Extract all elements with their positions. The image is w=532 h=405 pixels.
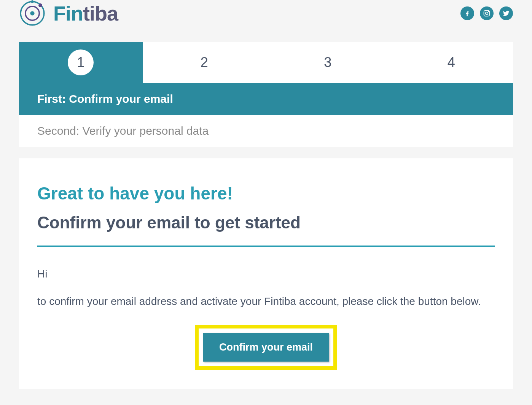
instagram-icon[interactable] <box>480 6 494 20</box>
headline-instruction: Confirm your email to get started <box>37 213 495 232</box>
step-next-title: Second: Verify your personal data <box>19 115 513 147</box>
content-card: Great to have you here! Confirm your ema… <box>19 158 513 389</box>
step-indicator: 1 2 3 4 <box>19 42 513 83</box>
steps-card: 1 2 3 4 First: Confirm your email Second… <box>19 42 513 147</box>
step-1: 1 <box>19 42 143 83</box>
button-highlight-border: Confirm your email <box>195 325 337 370</box>
greeting-text: Hi <box>37 266 495 282</box>
headline-welcome: Great to have you here! <box>37 183 495 204</box>
brand-logo: Fintiba <box>19 0 118 27</box>
button-highlight-wrapper: Confirm your email <box>37 325 495 370</box>
email-header: Fintiba <box>0 0 532 42</box>
svg-point-2 <box>30 11 34 15</box>
step-1-circle: 1 <box>68 49 94 75</box>
svg-point-7 <box>488 11 489 12</box>
confirm-email-button[interactable]: Confirm your email <box>203 333 329 362</box>
brand-logo-icon <box>19 0 46 27</box>
divider <box>37 246 495 247</box>
svg-point-6 <box>486 12 488 15</box>
svg-point-4 <box>31 0 34 3</box>
body-text: to confirm your email address and activa… <box>37 293 495 309</box>
step-3: 3 <box>266 42 390 83</box>
twitter-icon[interactable] <box>499 6 513 20</box>
social-icons <box>460 6 513 20</box>
facebook-icon[interactable] <box>460 6 474 20</box>
svg-point-3 <box>38 3 42 7</box>
step-2: 2 <box>143 42 266 83</box>
step-4: 4 <box>390 42 513 83</box>
step-active-title: First: Confirm your email <box>19 83 513 115</box>
brand-name: Fintiba <box>53 2 118 25</box>
